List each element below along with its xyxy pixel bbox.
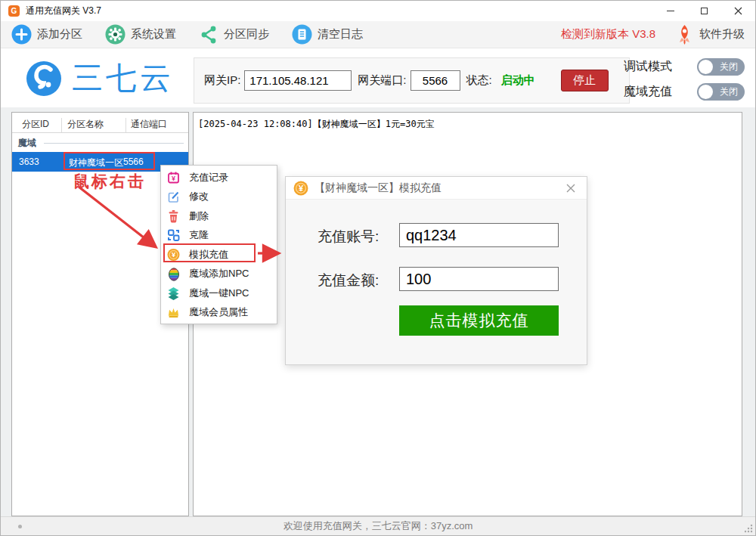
app-window: G 通用充值网关 V3.7 添加分区 [0,0,756,536]
close-icon [734,7,742,15]
amount-label: 充值金额: [318,271,379,290]
status-message: 欢迎使用充值网关，三七云官网：37yz.com [284,519,473,533]
menu-item-moyu-onekey-npc[interactable]: 魔域一键NPC [161,283,277,303]
minimize-icon [667,11,674,11]
delete-trash-icon [167,209,180,223]
update-notice[interactable]: 检测到新版本 V3.8 [561,27,655,42]
partition-sync-label: 分区同步 [224,27,269,42]
add-partition-icon [11,24,32,45]
column-divider [61,118,62,132]
share-sync-icon [199,25,218,45]
brand: 三七云 [25,57,174,99]
toggle-knob [699,60,713,74]
menu-item-label: 魔域添加NPC [189,267,249,280]
debug-mode-row: 调试模式 关闭 [624,55,745,78]
dialog-close-button[interactable] [562,180,579,197]
brand-name: 三七云 [72,57,174,99]
gateway-ip-input[interactable] [244,70,352,91]
group-label: 魔域 [18,137,36,150]
status-indicator-dot [18,525,22,528]
title-bar: G 通用充值网关 V3.7 [1,1,755,21]
maximize-button[interactable] [687,1,721,21]
log-entry: [2025-04-23 12:08:40]【财神魔域一区】1元=30元宝 [198,118,435,131]
clone-icon [167,228,180,242]
gateway-panel: 网关IP: 网关端口: 状态: 启动中 停止 [194,57,630,104]
column-partition-name: 分区名称 [67,118,104,131]
group-divider-line [44,143,184,144]
window-title: 通用充值网关 V3.7 [26,5,101,17]
status-label: 状态: [466,73,492,88]
close-icon [566,184,575,193]
menu-item-clone[interactable]: 克隆 [161,226,277,246]
mock-recharge-submit-button[interactable]: 点击模拟充值 [399,305,559,336]
menu-item-label: 修改 [189,190,209,203]
svg-text:¥: ¥ [299,184,304,193]
recharge-records-icon: ¥ [167,171,180,184]
gateway-ip-label: 网关IP: [204,73,240,88]
group-row-moyu[interactable]: 魔域 [12,133,188,151]
software-upgrade-label: 软件升级 [699,27,745,42]
toggle-knob [699,85,713,99]
column-partition-id: 分区ID [22,118,49,131]
menu-item-recharge-records[interactable]: ¥ 充值记录 [161,168,277,187]
toolbar: 添加分区 系统设置 [1,21,755,48]
clear-log-icon [292,24,312,45]
moyu-recharge-row: 魔域充值 关闭 [624,80,745,103]
menu-item-label: 魔域会员属性 [189,305,248,319]
cell-partition-id: 3633 [19,156,39,167]
mock-recharge-dialog: ¥ 【财神魔域一区】模拟充值 充值账号: 充值金额: 点击模拟充值 [285,176,587,365]
add-partition-label: 添加分区 [37,27,82,42]
system-settings-label: 系统设置 [131,27,176,42]
column-comm-port: 通信端口 [131,118,167,131]
debug-mode-state: 关闭 [720,60,738,73]
menu-item-label: 充值记录 [189,171,228,184]
system-settings-button[interactable]: 系统设置 [105,24,176,45]
right-click-annotation: 鼠标右击 [73,171,146,192]
table-header: 分区ID 分区名称 通信端口 [12,113,188,133]
header: 三七云 网关IP: 网关端口: 状态: 启动中 停止 调试模式 关闭 魔域充值 [1,48,755,107]
egg-icon [167,267,180,280]
menu-item-moyu-add-npc[interactable]: 魔域添加NPC [161,265,277,284]
resize-grip[interactable] [743,523,753,533]
account-input[interactable] [399,223,559,247]
menu-item-edit[interactable]: 修改 [161,187,277,207]
highlight-box-row [64,152,155,170]
gateway-port-label: 网关端口: [358,73,406,88]
partition-sync-button[interactable]: 分区同步 [199,25,269,45]
debug-mode-toggle[interactable]: 关闭 [697,58,745,76]
brand-logo-icon [25,60,63,98]
menu-item-delete[interactable]: 删除 [161,206,277,226]
menu-item-label: 删除 [189,209,209,223]
status-bar: 欢迎使用充值网关，三七云官网：37yz.com [1,516,755,535]
close-button[interactable] [721,1,755,21]
add-partition-button[interactable]: 添加分区 [11,24,82,45]
dialog-title: 【财神魔域一区】模拟充值 [314,181,562,195]
toggle-group: 调试模式 关闭 魔域充值 关闭 [624,55,745,105]
crown-icon [167,305,180,319]
amount-input[interactable] [399,267,559,291]
menu-item-label: 克隆 [189,228,209,242]
layers-icon [167,287,180,300]
gear-icon [105,24,125,45]
menu-item-label: 魔域一键NPC [189,287,249,300]
clear-log-button[interactable]: 清空日志 [292,24,363,45]
moyu-recharge-toggle[interactable]: 关闭 [697,83,745,101]
coin-icon: ¥ [293,181,308,196]
edit-icon [167,190,180,203]
highlight-box-mock-recharge [163,243,256,262]
clear-log-label: 清空日志 [318,27,363,42]
debug-mode-label: 调试模式 [624,59,672,75]
status-value: 启动中 [501,73,535,88]
moyu-recharge-state: 关闭 [720,85,738,98]
svg-text:¥: ¥ [172,175,175,182]
gateway-port-input[interactable] [411,70,460,91]
maximize-icon [701,8,708,14]
menu-item-moyu-member-props[interactable]: 魔域会员属性 [161,303,277,323]
app-logo-icon: G [8,5,20,17]
rocket-icon [675,24,694,45]
software-upgrade-button[interactable]: 软件升级 [675,24,745,45]
dialog-titlebar: ¥ 【财神魔域一区】模拟充值 [286,177,587,200]
moyu-recharge-label: 魔域充值 [624,84,672,100]
minimize-button[interactable] [653,1,687,21]
stop-button[interactable]: 停止 [561,70,609,91]
